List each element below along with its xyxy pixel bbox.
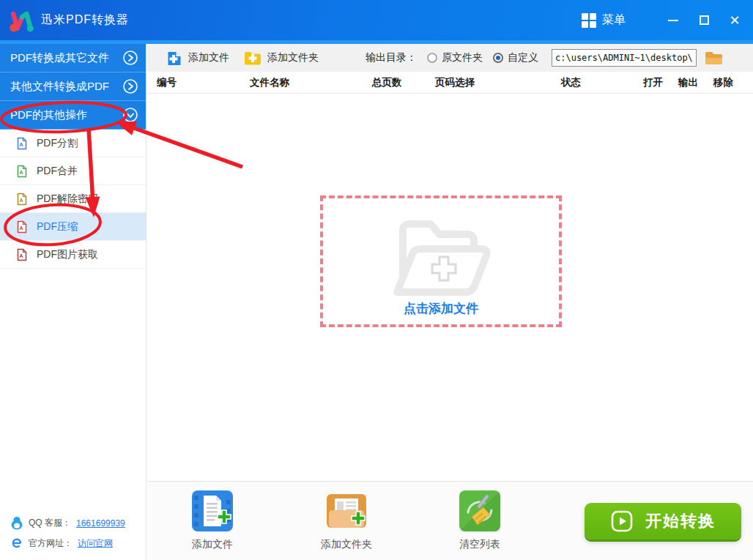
dropzone-add-files[interactable]: 点击添加文件 — [320, 195, 562, 327]
col-header-remove: 移除 — [713, 76, 733, 89]
submenu-item-label: PDF分割 — [37, 137, 78, 150]
play-icon — [610, 509, 634, 533]
qq-label: QQ 客服： — [29, 517, 71, 529]
start-convert-button[interactable]: 开始转换 — [585, 503, 741, 540]
pdf-doc-icon — [16, 248, 28, 261]
pdf-doc-icon — [16, 220, 28, 234]
pdf-doc-icon — [16, 193, 28, 206]
output-path-input[interactable] — [552, 49, 697, 67]
browse-folder-icon — [704, 51, 724, 66]
sidebar-item-pdf-other-ops[interactable]: PDF的其他操作 — [0, 101, 146, 130]
website-link[interactable]: 访问官网 — [78, 537, 113, 550]
bottom-bar: 添加文件 添加文件夹 — [147, 481, 753, 560]
dropzone-label: 点击添加文件 — [404, 300, 478, 317]
chevron-right-circle-icon — [122, 78, 138, 94]
bottom-clear-list-button[interactable]: 清空列表 — [439, 490, 520, 551]
col-header-total-pages: 总页数 — [372, 76, 402, 89]
minimize-button[interactable] — [661, 10, 686, 31]
add-folder-big-icon — [326, 490, 367, 531]
pdf-doc-icon — [16, 165, 28, 178]
col-header-open: 打开 — [643, 76, 663, 89]
sidebar-item-pdf-extract-images[interactable]: PDF图片获取 — [0, 241, 146, 269]
toolbar: 添加文件 添加文件夹 输出目录： 原文件夹 自定义 — [147, 44, 753, 72]
col-header-number: 编号 — [157, 76, 177, 89]
app-title: 迅米PDF转换器 — [41, 12, 129, 28]
title-bar: 迅米PDF转换器 菜单 ✕ — [0, 0, 753, 40]
sidebar-item-label: PDF转换成其它文件 — [10, 51, 122, 65]
website-icon — [10, 537, 23, 550]
add-file-label: 添加文件 — [188, 51, 229, 64]
sidebar-item-pdf-remove-password[interactable]: PDF解除密码 — [0, 185, 146, 213]
col-header-status: 状态 — [561, 76, 581, 89]
sidebar: PDF转换成其它文件 其他文件转换成PDF PDF的其他操作 — [0, 44, 146, 560]
chevron-right-circle-icon — [122, 50, 138, 66]
sidebar-item-label: PDF的其他操作 — [10, 108, 122, 122]
radio-original-label: 原文件夹 — [442, 51, 483, 64]
qq-icon — [10, 516, 23, 530]
col-header-output: 输出 — [678, 76, 698, 89]
add-file-big-icon — [192, 490, 233, 531]
bottom-add-file-label: 添加文件 — [192, 538, 233, 551]
start-convert-label: 开始转换 — [645, 510, 716, 532]
output-dir-label: 输出目录： — [366, 51, 417, 64]
sidebar-item-pdf-to-other[interactable]: PDF转换成其它文件 — [0, 44, 146, 72]
submenu-item-label: PDF压缩 — [37, 220, 78, 234]
radio-circle-icon — [427, 53, 437, 63]
sidebar-item-pdf-split[interactable]: PDF分割 — [0, 130, 146, 157]
add-file-button[interactable]: 添加文件 — [166, 50, 229, 66]
file-table-header: 编号 文件名称 总页数 页码选择 状态 打开 输出 移除 — [147, 72, 753, 94]
open-folder-icon — [376, 209, 505, 301]
sidebar-item-label: 其他文件转换成PDF — [10, 80, 122, 94]
qq-number-link[interactable]: 1661699939 — [76, 518, 125, 529]
clear-list-icon — [459, 490, 500, 531]
chevron-down-circle-icon — [122, 107, 138, 123]
add-folder-label: 添加文件夹 — [267, 51, 319, 64]
website-label: 官方网址： — [29, 537, 73, 550]
minimize-icon — [668, 20, 678, 21]
bottom-add-file-button[interactable]: 添加文件 — [172, 490, 253, 551]
support-block: QQ 客服： 1661699939 官方网址： 访问官网 — [10, 509, 125, 550]
bottom-clear-list-label: 清空列表 — [459, 538, 500, 551]
maximize-icon — [700, 15, 709, 25]
close-button[interactable]: ✕ — [722, 10, 747, 31]
col-header-page-select: 页码选择 — [435, 76, 475, 89]
add-folder-button[interactable]: 添加文件夹 — [244, 51, 319, 65]
close-icon: ✕ — [729, 14, 740, 27]
add-file-icon — [166, 50, 182, 66]
logo-droplet-right — [27, 25, 34, 31]
sidebar-item-pdf-compress[interactable]: PDF压缩 — [0, 213, 146, 241]
logo-droplet-left — [10, 23, 18, 31]
bottom-add-folder-label: 添加文件夹 — [321, 538, 372, 551]
sidebar-item-other-to-pdf[interactable]: 其他文件转换成PDF — [0, 72, 146, 101]
radio-custom-label: 自定义 — [508, 51, 538, 64]
radio-selected-icon — [493, 53, 503, 63]
submenu-item-label: PDF解除密码 — [37, 193, 98, 206]
main-area: 添加文件 添加文件夹 输出目录： 原文件夹 自定义 — [147, 44, 753, 560]
submenu-item-label: PDF合并 — [37, 165, 78, 178]
radio-custom[interactable]: 自定义 — [493, 51, 538, 64]
bottom-add-folder-button[interactable]: 添加文件夹 — [306, 490, 387, 551]
submenu-item-label: PDF图片获取 — [37, 248, 98, 261]
menu-grid-icon — [582, 13, 596, 28]
pdf-doc-icon — [16, 137, 28, 150]
radio-original-folder[interactable]: 原文件夹 — [427, 51, 483, 64]
add-folder-icon — [244, 51, 261, 65]
col-header-filename: 文件名称 — [250, 76, 289, 89]
maximize-button[interactable] — [691, 10, 716, 31]
menu-button[interactable]: 菜单 — [582, 12, 626, 28]
menu-label: 菜单 — [602, 12, 626, 28]
sidebar-item-pdf-merge[interactable]: PDF合并 — [0, 157, 146, 185]
app-logo-icon — [7, 6, 37, 35]
app-window: 迅米PDF转换器 菜单 ✕ PDF转换成其它文件 其他文件转换成PDF — [0, 0, 753, 560]
browse-folder-button[interactable] — [704, 51, 724, 66]
file-list-area: 点击添加文件 — [147, 94, 753, 481]
